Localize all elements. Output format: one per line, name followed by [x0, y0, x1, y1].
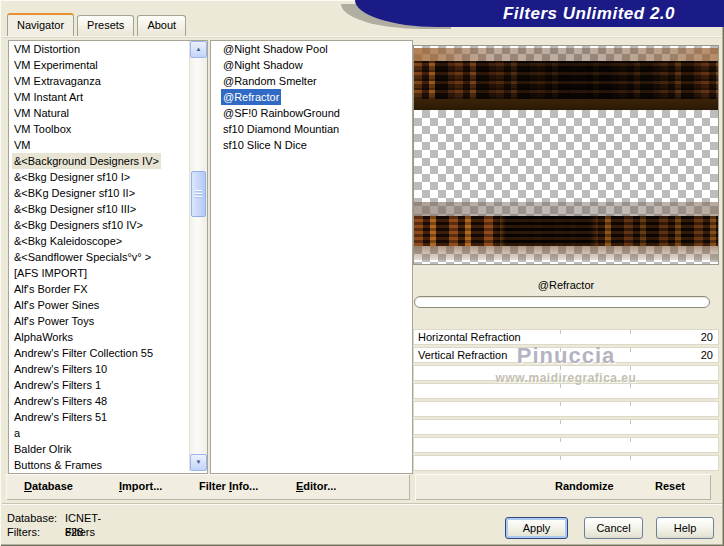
category-list-item[interactable]: &<Bkg Designer sf10 III>	[9, 201, 207, 217]
category-list-item[interactable]: Balder Olrik	[9, 441, 207, 457]
category-list-item[interactable]: Andrew's Filters 48	[9, 393, 207, 409]
tab-bar: NavigatorPresetsAbout	[7, 13, 186, 36]
filter-list-item[interactable]: @Night Shadow	[211, 57, 412, 73]
category-list-scrollbar[interactable]: ▲ ▼	[189, 41, 207, 471]
category-list-item[interactable]: VM	[9, 137, 207, 153]
filter-list-item[interactable]: sf10 Diamond Mountian	[211, 121, 412, 137]
status-database-label: Database:	[7, 512, 57, 524]
app-title: Filters Unlimited 2.0	[460, 4, 718, 24]
filter-list-item[interactable]: @Refractor	[211, 89, 412, 105]
tab-page-border	[2, 36, 722, 38]
database-button[interactable]: Database	[24, 480, 73, 492]
category-list-item[interactable]: &<Bkg Designers sf10 IV>	[9, 217, 207, 233]
parameter-slider-row[interactable]: Horizontal Refraction 20	[413, 329, 719, 345]
cancel-button[interactable]: Cancel	[584, 517, 643, 539]
category-list-item[interactable]: VM Experimental	[9, 57, 207, 73]
category-list-item[interactable]: Andrew's Filters 1	[9, 377, 207, 393]
toolbar-left: Database Import... Filter Info... Editor…	[6, 474, 410, 500]
parameter-panel: Horizontal Refraction 20 Vertical Refrac…	[413, 329, 719, 473]
category-list-item[interactable]: [AFS IMPORT]	[9, 265, 207, 281]
status-area: Database: ICNET-Filters Filters: 828	[7, 511, 57, 539]
title-banner: Filters Unlimited 2.0	[355, 0, 724, 27]
empty-parameter-row	[413, 419, 719, 435]
category-list-item[interactable]: &<Background Designers IV>	[9, 153, 207, 169]
category-list: VM DistortionVM ExperimentalVM Extravaga…	[8, 40, 208, 474]
category-list-item[interactable]: VM Distortion	[9, 41, 207, 57]
status-database-row: Database: ICNET-Filters	[7, 511, 57, 525]
parameter-label: Horizontal Refraction	[414, 331, 521, 343]
filter-list-items: @Night Shadow Pool@Night Shadow@Random S…	[211, 41, 412, 153]
filter-list-item[interactable]: @SF!0 RainbowGround	[211, 105, 412, 121]
parameter-label: Vertical Refraction	[414, 349, 507, 361]
category-list-items: VM DistortionVM ExperimentalVM Extravaga…	[9, 41, 207, 473]
status-filters-value: 828	[65, 525, 83, 539]
import-button[interactable]: Import...	[119, 480, 162, 492]
empty-parameter-row	[413, 455, 719, 471]
category-list-item[interactable]: Andrew's Filters 51	[9, 409, 207, 425]
toolbar-right: Randomize Reset	[415, 474, 711, 500]
category-list-item[interactable]: Alf's Power Sines	[9, 297, 207, 313]
footer-separator	[2, 503, 722, 505]
scroll-down-icon[interactable]: ▼	[190, 454, 207, 471]
category-list-item[interactable]: VM Toolbox	[9, 121, 207, 137]
category-list-item[interactable]: VM Natural	[9, 105, 207, 121]
category-list-item[interactable]: AlphaWorks	[9, 329, 207, 345]
filter-list: @Night Shadow Pool@Night Shadow@Random S…	[210, 40, 413, 474]
render-progress-bar	[414, 296, 710, 308]
category-list-item[interactable]: Alf's Border FX	[9, 281, 207, 297]
category-list-item[interactable]: VM Instant Art	[9, 89, 207, 105]
status-filters-row: Filters: 828	[7, 525, 57, 539]
tab[interactable]: Presets	[77, 15, 134, 36]
category-list-item[interactable]: &<Bkg Kaleidoscope>	[9, 233, 207, 249]
category-list-item[interactable]: Alf's Power Toys	[9, 313, 207, 329]
filter-list-item[interactable]: @Night Shadow Pool	[211, 41, 412, 57]
filter-list-item[interactable]: @Random Smelter	[211, 73, 412, 89]
status-filters-label: Filters:	[7, 526, 40, 538]
category-list-item[interactable]: &<BKg Designer sf10 II>	[9, 185, 207, 201]
randomize-button[interactable]: Randomize	[555, 480, 614, 492]
category-list-item[interactable]: Andrew's Filters 10	[9, 361, 207, 377]
preview-top-band	[414, 48, 718, 110]
filter-list-item[interactable]: sf10 Slice N Dice	[211, 137, 412, 153]
category-list-item[interactable]: &<Sandflower Specials°v° >	[9, 249, 207, 265]
tab[interactable]: Navigator	[7, 13, 74, 36]
category-list-item[interactable]: &<Bkg Designer sf10 I>	[9, 169, 207, 185]
preview-bottom-band	[414, 202, 718, 260]
scrollbar-thumb[interactable]	[191, 171, 206, 217]
empty-parameter-rows	[413, 365, 719, 471]
empty-parameter-row	[413, 365, 719, 381]
category-list-item[interactable]: Buttons & Frames	[9, 457, 207, 473]
editor-button[interactable]: Editor...	[296, 480, 336, 492]
empty-parameter-row	[413, 437, 719, 453]
selected-filter-name: @Refractor	[413, 279, 719, 291]
tab[interactable]: About	[137, 15, 186, 36]
parameter-value: 20	[701, 348, 713, 362]
parameter-slider-row[interactable]: Vertical Refraction 20	[413, 347, 719, 363]
scroll-up-icon[interactable]: ▲	[190, 41, 207, 58]
parameter-value: 20	[701, 330, 713, 344]
empty-parameter-row	[413, 383, 719, 399]
help-button[interactable]: Help	[656, 517, 714, 539]
reset-button[interactable]: Reset	[655, 480, 685, 492]
filters-unlimited-dialog: Filters Unlimited 2.0 NavigatorPresetsAb…	[0, 0, 724, 546]
category-list-item[interactable]: Andrew's Filter Collection 55	[9, 345, 207, 361]
category-list-item[interactable]: a	[9, 425, 207, 441]
apply-button[interactable]: Apply	[505, 517, 568, 539]
filter-info-button[interactable]: Filter Info...	[199, 480, 258, 492]
filter-preview-image	[413, 45, 719, 265]
parameter-rows: Horizontal Refraction 20 Vertical Refrac…	[413, 329, 719, 363]
empty-parameter-row	[413, 401, 719, 417]
category-list-item[interactable]: VM Extravaganza	[9, 73, 207, 89]
